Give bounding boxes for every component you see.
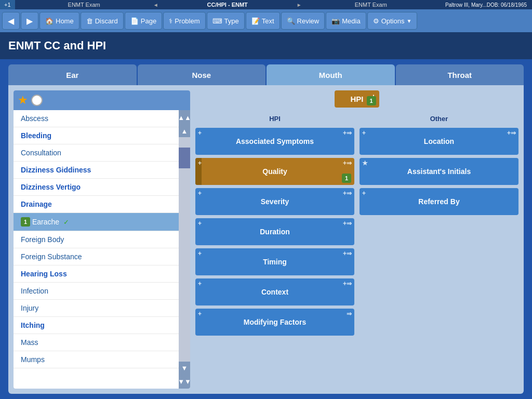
right-panel: + HPI 1 HPI Other + Associated Symptoms … — [195, 90, 518, 389]
columns-header: HPI Other — [195, 114, 518, 124]
location-button[interactable]: + Location +⇒ — [360, 128, 518, 155]
hpi-column: + Associated Symptoms +⇒ + Quality +⇒ 1 … — [195, 128, 354, 389]
problem-button[interactable]: ⚕ Problem — [163, 12, 205, 30]
plus-icon: + — [198, 280, 202, 287]
list-scrollbar: ▲▲ ▲ ▼ ▼▼ — [179, 110, 190, 389]
quality-button[interactable]: + Quality +⇒ 1 — [195, 158, 354, 185]
problem-icon: ⚕ — [169, 17, 172, 25]
content-area: ★ Abscess Bleeding Consultation Dizzines… — [8, 85, 524, 394]
left-panel-header: ★ — [14, 90, 190, 110]
text-icon: 📝 — [251, 17, 260, 25]
list-item[interactable]: Injury — [14, 300, 179, 317]
top-bar-section-3: ENMT Exam — [302, 2, 440, 8]
options-icon: ⚙ — [373, 17, 379, 25]
list-item[interactable]: Abscess — [14, 110, 179, 127]
tab-nose[interactable]: Nose — [138, 64, 266, 85]
media-icon: 📷 — [331, 17, 340, 25]
tab-ear[interactable]: Ear — [8, 64, 137, 85]
list-item[interactable]: Itching — [14, 317, 179, 334]
dots-icon: +⇒ — [343, 159, 352, 167]
page-title: ENMT CC and HPI — [8, 39, 106, 52]
top-bar-arrow-left: ◄ — [153, 2, 158, 8]
context-button[interactable]: + Context +⇒ — [195, 278, 354, 305]
list-items: Abscess Bleeding Consultation Dizziness … — [14, 110, 179, 389]
hpi-badge: 1 — [367, 96, 376, 105]
review-icon: 🔍 — [287, 17, 295, 25]
top-bar-section-2: CC/HPI - ENMT — [158, 2, 297, 8]
dots-icon: +⇒ — [343, 280, 352, 287]
tab-throat[interactable]: Throat — [396, 64, 524, 85]
list-item[interactable]: Dizziness Giddiness — [14, 162, 179, 179]
top-bar-section-1: ENMT Exam — [15, 2, 153, 8]
dots-icon: +⇒ — [343, 190, 352, 197]
plus-icon: + — [198, 310, 202, 317]
text-button[interactable]: 📝 Text — [246, 12, 280, 30]
grid-area: + Associated Symptoms +⇒ + Quality +⇒ 1 … — [195, 128, 518, 389]
referred-by-button[interactable]: + Referred By — [360, 188, 518, 215]
col-header-hpi: HPI — [195, 114, 354, 124]
top-bar: +1 ENMT Exam ◄ CC/HPI - ENMT ► ENMT Exam… — [0, 0, 532, 9]
type-icon: ⌨ — [212, 17, 222, 25]
review-button[interactable]: 🔍 Review — [281, 12, 325, 30]
toolbar: ◀ ▶ 🏠 Home 🗑 Discard 📄 Page ⚕ Problem ⌨ … — [0, 9, 532, 32]
scroll-thumb[interactable] — [179, 148, 190, 168]
col-header-other: Other — [360, 114, 518, 124]
list-item[interactable]: Consultation — [14, 144, 179, 162]
dots-icon: +⇒ — [343, 129, 352, 137]
discard-icon: 🗑 — [86, 17, 93, 25]
discard-button[interactable]: 🗑 Discard — [81, 12, 124, 30]
associated-symptoms-button[interactable]: + Associated Symptoms +⇒ — [195, 128, 354, 155]
list-item[interactable]: Hearing Loss — [14, 265, 179, 283]
hpi-header-area: + HPI 1 — [195, 90, 518, 108]
plus-icon: + — [198, 159, 202, 167]
scroll-down-double[interactable]: ▼▼ — [179, 374, 190, 389]
page-button[interactable]: 📄 Page — [125, 12, 162, 30]
list-item[interactable]: Dizziness Vertigo — [14, 179, 179, 196]
assistants-initials-button[interactable]: ★ Assistant's Initials — [360, 158, 518, 185]
list-item[interactable]: Infection — [14, 283, 179, 300]
duration-button[interactable]: + Duration +⇒ — [195, 218, 354, 245]
indicator-badge: +1 — [0, 0, 15, 9]
nav-forward-button[interactable]: ▶ — [21, 12, 38, 30]
arrow-icon: ⇒ — [347, 310, 352, 317]
list-item[interactable]: Mass — [14, 334, 179, 351]
list-container: Abscess Bleeding Consultation Dizziness … — [14, 110, 190, 389]
earache-label: Earache — [32, 218, 59, 226]
dots-icon: +⇒ — [507, 129, 516, 137]
media-button[interactable]: 📷 Media — [326, 12, 366, 30]
hpi-main-button[interactable]: + HPI 1 — [335, 90, 379, 108]
list-item-earache[interactable]: 1 Earache ✓ — [14, 213, 179, 231]
timing-button[interactable]: + Timing +⇒ — [195, 248, 354, 275]
dots-icon: +⇒ — [343, 250, 352, 257]
patient-info-bar: Paltrow III, Mary... DOB: 06/18/1965 — [440, 0, 532, 9]
list-item[interactable]: Foreign Substance — [14, 248, 179, 265]
top-bar-arrow-right: ► — [297, 2, 302, 8]
quality-badge: 1 — [342, 174, 351, 183]
home-button[interactable]: 🏠 Home — [39, 12, 79, 30]
left-panel: ★ Abscess Bleeding Consultation Dizzines… — [14, 90, 190, 389]
scroll-up-single[interactable]: ▲ — [179, 125, 190, 137]
type-button[interactable]: ⌨ Type — [207, 12, 245, 30]
plus-icon: + — [362, 129, 366, 137]
scroll-track — [179, 137, 190, 362]
plus-icon: + — [198, 250, 202, 257]
scroll-down-single[interactable]: ▼ — [179, 362, 190, 374]
options-button[interactable]: ⚙ Options ▼ — [367, 12, 418, 30]
earache-badge: 1 — [21, 217, 30, 227]
star-favorites-button[interactable]: ★ — [18, 94, 28, 107]
main-content: Ear Nose Mouth Throat ★ Abscess Bleeding… — [0, 59, 532, 399]
list-item[interactable]: Bleeding — [14, 127, 179, 144]
tab-row: Ear Nose Mouth Throat — [8, 64, 524, 85]
other-column: + Location +⇒ ★ Assistant's Initials + R… — [360, 128, 518, 389]
scroll-up-double[interactable]: ▲▲ — [179, 110, 190, 125]
plus-icon: + — [198, 190, 202, 197]
severity-button[interactable]: + Severity +⇒ — [195, 188, 354, 215]
list-item[interactable]: Mumps — [14, 351, 179, 368]
nav-back-button[interactable]: ◀ — [2, 12, 20, 30]
list-item[interactable]: Drainage — [14, 196, 179, 213]
earache-check: ✓ — [63, 218, 69, 226]
circle-filter-button[interactable] — [31, 95, 43, 106]
list-item[interactable]: Foreign Body — [14, 231, 179, 248]
modifying-factors-button[interactable]: + Modifying Factors ⇒ — [195, 309, 354, 336]
tab-mouth[interactable]: Mouth — [267, 64, 395, 85]
